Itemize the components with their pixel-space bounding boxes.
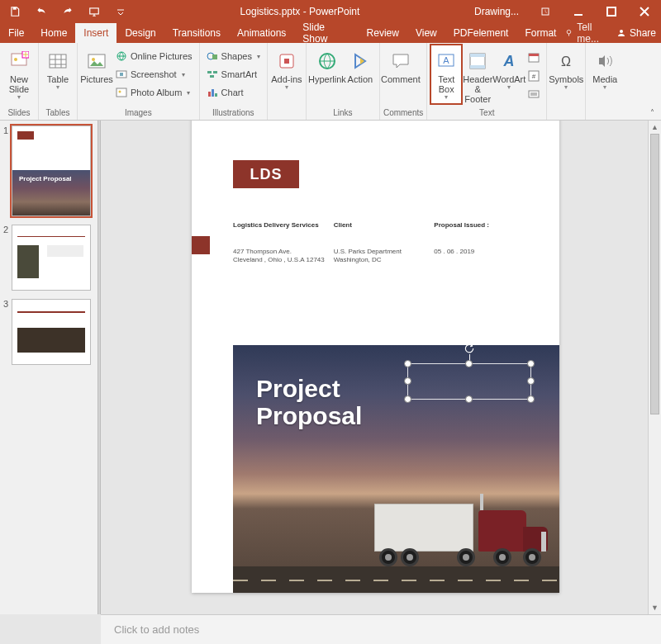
tab-transitions[interactable]: Transitions <box>164 23 229 43</box>
vertical-scrollbar[interactable]: ▲ ▼ <box>648 121 661 614</box>
slide-number-button[interactable]: # <box>525 68 543 84</box>
group-comments: Comment Comments <box>380 43 427 120</box>
svg-rect-4 <box>607 7 616 16</box>
resize-handle[interactable] <box>527 395 535 403</box>
window-title: Logistics.pptx - PowerPoint <box>136 6 464 17</box>
resize-handle[interactable] <box>527 360 535 367</box>
scroll-thumb[interactable] <box>650 134 659 414</box>
svg-rect-11 <box>50 54 66 68</box>
svg-point-9 <box>14 58 17 61</box>
media-button[interactable]: Media▾ <box>589 45 621 104</box>
tab-insert[interactable]: Insert <box>75 23 117 43</box>
qat-customize-button[interactable] <box>109 2 132 21</box>
start-slideshow-button[interactable] <box>83 2 106 21</box>
tab-file[interactable]: File <box>0 23 32 43</box>
action-button[interactable]: Action <box>345 45 376 104</box>
group-links: Hyperlink Action Links <box>307 43 380 120</box>
shapes-button[interactable]: Shapes▾ <box>203 48 264 64</box>
slide-canvas[interactable]: LDS Logistics Delivery Services Client P… <box>192 121 559 593</box>
svg-rect-16 <box>120 73 123 76</box>
ribbon-tabs: File Home Insert Design Transitions Anim… <box>0 23 661 43</box>
smartart-button[interactable]: SmartArt <box>203 66 264 83</box>
share-label: Share <box>630 27 656 39</box>
undo-button[interactable] <box>30 2 53 21</box>
group-text: A Text Box▾ Header & Footer A WordArt▾ #… <box>427 43 547 120</box>
addins-icon <box>275 50 298 73</box>
client-heading: Client <box>334 221 435 229</box>
notes-pane[interactable]: Click to add notes <box>101 614 661 644</box>
screenshot-button[interactable]: Screenshot▾ <box>112 66 196 83</box>
selected-text-box[interactable] <box>407 363 531 400</box>
quick-access-toolbar <box>0 2 136 21</box>
tab-design[interactable]: Design <box>117 23 164 43</box>
thumbnail-2[interactable]: 2 <box>0 223 97 297</box>
issued-heading: Proposal Issued : <box>434 221 535 229</box>
svg-rect-41 <box>530 92 537 96</box>
svg-point-7 <box>620 30 623 33</box>
save-button[interactable] <box>3 2 26 21</box>
redo-button[interactable] <box>56 2 79 21</box>
symbols-button[interactable]: Ω Symbols▾ <box>550 45 582 104</box>
tab-view[interactable]: View <box>407 23 445 43</box>
wordart-button[interactable]: A WordArt▾ <box>493 45 525 104</box>
slide-title: ProjectProposal <box>256 375 362 429</box>
pictures-button[interactable]: Pictures <box>81 45 112 104</box>
svg-rect-21 <box>207 71 212 73</box>
svg-point-18 <box>119 91 121 93</box>
svg-rect-24 <box>208 92 211 97</box>
slide-editor[interactable]: LDS Logistics Delivery Services Client P… <box>101 121 661 614</box>
thumbnail-1[interactable]: 1 Project Proposal <box>0 124 97 223</box>
company-name: Logistics Delivery Services <box>233 221 334 229</box>
object-button[interactable] <box>525 86 543 102</box>
online-pictures-button[interactable]: Online Pictures <box>112 48 196 64</box>
date-time-button[interactable] <box>525 50 543 66</box>
tab-home[interactable]: Home <box>32 23 75 43</box>
tab-review[interactable]: Review <box>359 23 407 43</box>
pictures-icon <box>85 50 108 73</box>
table-button[interactable]: Table▾ <box>42 45 74 104</box>
group-addins: Add-ins▾ <box>268 43 307 120</box>
scroll-down-button[interactable]: ▼ <box>649 601 661 614</box>
tell-me-search[interactable]: Tell me... <box>564 21 613 45</box>
resize-handle[interactable] <box>404 395 411 403</box>
addins-button[interactable]: Add-ins▾ <box>271 45 302 104</box>
close-button[interactable] <box>628 0 661 23</box>
tab-animations[interactable]: Animations <box>229 23 294 43</box>
photo-album-button[interactable]: Photo Album▾ <box>112 84 196 101</box>
header-footer-button[interactable]: Header & Footer <box>462 45 493 104</box>
resize-handle[interactable] <box>465 395 473 403</box>
header-footer-icon <box>466 50 489 73</box>
new-slide-button[interactable]: New Slide▾ <box>3 45 35 104</box>
thumbnail-3[interactable]: 3 <box>0 297 97 372</box>
svg-text:#: # <box>532 73 536 80</box>
hyperlink-button[interactable]: Hyperlink <box>310 45 345 104</box>
text-box-button[interactable]: A Text Box▾ <box>430 45 462 104</box>
resize-handle[interactable] <box>404 377 411 385</box>
svg-rect-25 <box>212 89 214 97</box>
svg-text:A: A <box>444 55 450 65</box>
tab-slideshow[interactable]: Slide Show <box>294 23 358 43</box>
chart-button[interactable]: Chart <box>203 84 264 101</box>
svg-text:Ω: Ω <box>561 54 571 69</box>
workspace: 1 Project Proposal 2 3 LDS Logist <box>0 121 661 614</box>
title-bar: Logistics.pptx - PowerPoint Drawing... <box>0 0 661 23</box>
rotate-handle[interactable] <box>464 343 475 354</box>
minimize-button[interactable] <box>562 0 595 23</box>
tab-pdfelement[interactable]: PDFelement <box>445 23 517 43</box>
maximize-button[interactable] <box>595 0 628 23</box>
tell-me-label: Tell me... <box>577 21 613 45</box>
collapse-ribbon-button[interactable]: ˄ <box>644 106 659 119</box>
slide-thumbnail-panel: 1 Project Proposal 2 3 <box>0 121 97 614</box>
svg-rect-26 <box>215 93 217 97</box>
share-button[interactable]: Share <box>616 27 656 39</box>
svg-point-13 <box>92 58 95 61</box>
scroll-up-button[interactable]: ▲ <box>649 121 661 134</box>
resize-handle[interactable] <box>527 377 535 385</box>
window-controls <box>529 0 661 23</box>
resize-handle[interactable] <box>404 360 411 367</box>
tab-format[interactable]: Format <box>516 23 564 43</box>
svg-text:A: A <box>503 53 515 69</box>
comment-button[interactable]: Comment <box>383 45 418 104</box>
resize-handle[interactable] <box>465 360 473 367</box>
ribbon-display-options-button[interactable] <box>529 0 562 23</box>
